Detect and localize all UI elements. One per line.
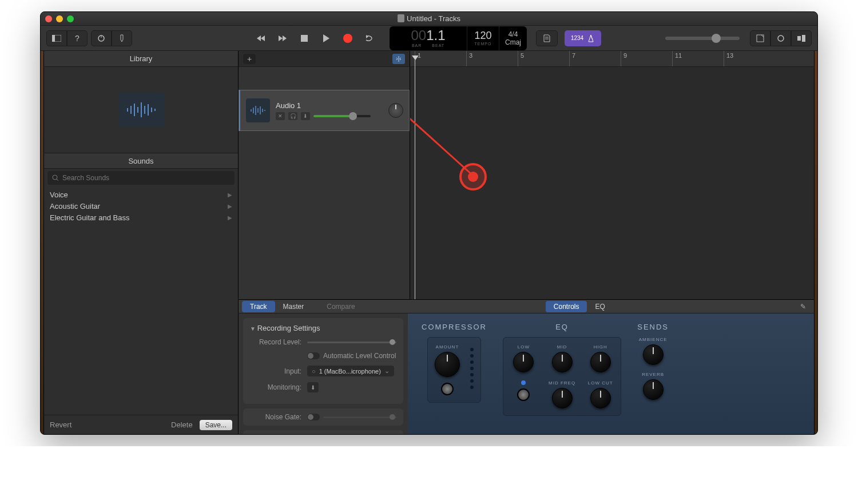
ruler-mark: 11	[672, 51, 682, 66]
workspace: + ›|‹ Audio 1 ✕ 🎧 ⬇	[239, 51, 814, 434]
compressor-jack-icon[interactable]	[441, 383, 454, 395]
sound-item-acoustic-guitar[interactable]: Acoustic Guitar▶	[44, 201, 238, 212]
input-label: Input:	[250, 367, 307, 375]
noise-gate-toggle[interactable]	[307, 414, 320, 420]
lcd-timesig[interactable]: 4/4	[509, 30, 518, 38]
compressor-amount-label: AMOUNT	[436, 344, 459, 350]
media-browser-button[interactable]	[791, 30, 812, 46]
count-in-label: 1234	[571, 35, 583, 41]
chevron-right-icon: ▶	[228, 189, 232, 201]
record-icon	[343, 34, 352, 43]
plugins-group[interactable]: ▶ Plug-ins	[243, 430, 403, 434]
library-preview	[44, 67, 238, 153]
eq-high-label: HIGH	[594, 344, 607, 350]
ruler[interactable]: 1 3 5 7 9 11 13	[410, 51, 814, 67]
eq-mid-label: MID	[557, 344, 567, 350]
tab-track[interactable]: Track	[242, 301, 275, 312]
eq-lowcut-label: LOW CUT	[588, 380, 613, 386]
solo-button[interactable]: 🎧	[288, 112, 297, 120]
input-monitor-button[interactable]: ⬇	[301, 112, 310, 120]
recording-settings-group: Recording Settings Record Level: Automat…	[243, 318, 403, 404]
quick-help-button[interactable]: ?	[67, 30, 88, 46]
app-window: Untitled - Tracks ? 001.1 BARBEAT 120	[40, 11, 818, 435]
ambience-knob[interactable]	[643, 344, 664, 365]
play-button[interactable]	[315, 29, 337, 47]
editors-button[interactable]	[112, 30, 132, 46]
reverb-label: REVERB	[642, 372, 664, 377]
input-select[interactable]: 1 (MacBo...icrophone)	[307, 366, 394, 376]
audio-waveform-icon	[118, 93, 164, 127]
record-button[interactable]	[337, 29, 359, 47]
sound-list: Voice▶ Acoustic Guitar▶ Electric Guitar …	[44, 187, 238, 415]
cycle-button[interactable]	[359, 29, 380, 47]
edit-icon[interactable]: ✎	[796, 303, 811, 311]
track-header-audio1[interactable]: Audio 1 ✕ 🎧 ⬇	[239, 90, 410, 131]
revert-button[interactable]: Revert	[50, 420, 72, 429]
eq-lowcut-knob[interactable]	[590, 388, 611, 408]
svg-rect-10	[797, 36, 801, 41]
monitoring-toggle[interactable]: ⬇	[307, 382, 319, 392]
timeline[interactable]: 1 3 5 7 9 11 13	[410, 51, 814, 299]
loop-browser-button[interactable]	[770, 30, 791, 46]
sounds-header: Sounds	[44, 153, 238, 169]
delete-button[interactable]: Delete	[171, 420, 193, 429]
sounds-search-input[interactable]: Search Sounds	[47, 171, 235, 185]
note-pad-button[interactable]	[536, 30, 558, 46]
eq-high-knob[interactable]	[590, 352, 611, 372]
master-volume-slider[interactable]	[665, 37, 740, 40]
tab-master[interactable]: Master	[275, 301, 312, 312]
notepad-button[interactable]	[750, 30, 770, 46]
lcd-bar-label: BAR	[412, 43, 422, 47]
annotation-target	[459, 163, 487, 191]
bottom-tabs: Track Master Compare Controls EQ ✎	[239, 300, 814, 313]
forward-button[interactable]	[272, 29, 293, 47]
document-icon	[398, 14, 404, 22]
tab-controls[interactable]: Controls	[546, 301, 587, 312]
sends-title: SENDS	[637, 323, 669, 331]
save-button[interactable]: Save...	[200, 420, 232, 430]
auto-level-toggle[interactable]	[307, 352, 320, 359]
rewind-button[interactable]	[250, 29, 272, 47]
playhead[interactable]	[415, 59, 415, 299]
svg-line-7	[591, 36, 593, 39]
recording-settings-title[interactable]: Recording Settings	[250, 324, 396, 332]
track-name[interactable]: Audio 1	[276, 101, 383, 110]
reverb-knob[interactable]	[643, 379, 664, 400]
catch-playhead-button[interactable]: ›|‹	[392, 54, 405, 64]
svg-rect-11	[802, 35, 805, 42]
add-track-button[interactable]: +	[243, 54, 256, 64]
search-placeholder: Search Sounds	[62, 174, 109, 182]
count-in-tuner-button[interactable]: 1234	[565, 30, 601, 46]
library-toggle-button[interactable]	[46, 30, 67, 46]
noise-gate-label: Noise Gate:	[250, 413, 307, 421]
tab-compare[interactable]: Compare	[319, 301, 363, 312]
stop-button[interactable]	[293, 29, 315, 47]
track-volume-slider[interactable]	[313, 115, 371, 117]
sound-item-electric-guitar-bass[interactable]: Electric Guitar and Bass▶	[44, 212, 238, 224]
lcd-tempo[interactable]: 120	[474, 30, 491, 41]
ruler-mark: 13	[724, 51, 733, 66]
track-type-icon	[246, 98, 270, 122]
smart-controls-button[interactable]	[91, 30, 112, 46]
svg-rect-1	[52, 35, 55, 42]
mute-button[interactable]: ✕	[276, 112, 285, 120]
noise-gate-slider[interactable]	[323, 416, 396, 418]
tab-eq[interactable]: EQ	[587, 301, 613, 312]
eq-low-knob[interactable]	[513, 352, 534, 372]
lcd-bar-dim: 00	[411, 27, 426, 43]
bottom-panel: Track Master Compare Controls EQ ✎ Recor…	[239, 299, 814, 434]
sound-item-voice[interactable]: Voice▶	[44, 189, 238, 201]
eq-jack-icon[interactable]	[517, 388, 530, 401]
eq-midfreq-knob[interactable]	[552, 388, 573, 408]
eq-mid-knob[interactable]	[552, 352, 573, 372]
record-level-slider[interactable]	[307, 342, 396, 343]
svg-point-21	[53, 175, 57, 180]
svg-point-9	[778, 35, 784, 41]
pan-knob[interactable]	[388, 103, 403, 118]
annotation-line	[410, 51, 536, 220]
compressor-amount-knob[interactable]	[435, 352, 460, 377]
lcd-key[interactable]: Cmaj	[505, 38, 521, 46]
transport-controls	[250, 29, 380, 47]
lcd-display[interactable]: 001.1 BARBEAT 120 TEMPO 4/4 Cmaj	[390, 26, 527, 50]
eq-title: EQ	[555, 323, 569, 331]
